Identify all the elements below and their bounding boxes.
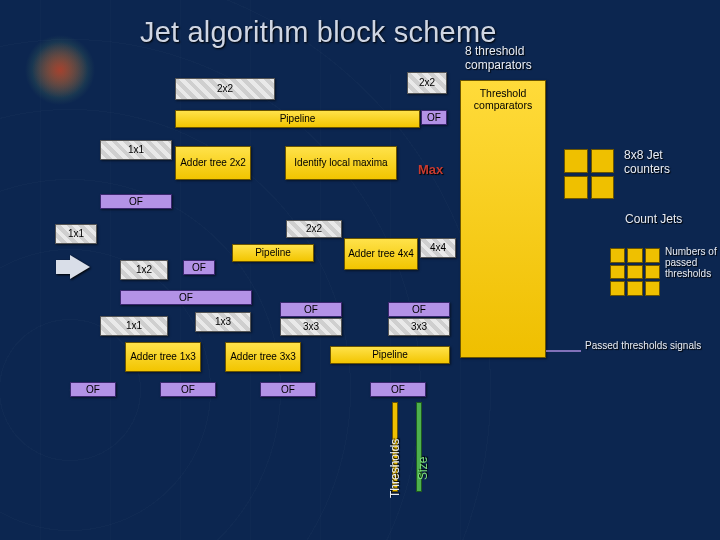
block-1x2: 1x2 [120,260,168,280]
pipeline-3: Pipeline [330,346,450,364]
vlabel-size: Size [416,457,430,480]
of-3x3-a: OF [280,302,342,317]
pipeline-1: Pipeline [175,110,420,128]
label-8-threshold: 8 threshold comparators [465,44,585,72]
of-b2: OF [160,382,216,397]
of-top: OF [421,110,447,125]
adder-2x2: Adder tree 2x2 [175,146,251,180]
diagram-stage: 8 threshold comparators Threshold compar… [0,50,720,540]
label-max: Max [418,162,443,177]
jet-counters-grid [561,146,617,202]
label-num-passed: Numbers of passed thresholds [665,246,720,279]
block-3x3-a: 3x3 [280,318,342,336]
of-3x3-b: OF [388,302,450,317]
of-mid: OF [120,290,252,305]
adder-4x4: Adder tree 4x4 [344,238,418,270]
threshold-comparators-label: Threshold comparators [461,87,545,111]
of-small-2: OF [183,260,215,275]
of-b3: OF [260,382,316,397]
block-1x1-c: 1x1 [100,316,168,336]
label-passed-signals: Passed thresholds signals [585,340,715,351]
passed-thresholds-grid [610,248,660,296]
block-1x1-b: 1x1 [55,224,97,244]
block-1x1-a: 1x1 [100,140,172,160]
adder-1x3: Adder tree 1x3 [125,342,201,372]
of-b1: OF [70,382,116,397]
label-count-jets: Count Jets [625,212,682,226]
of-row2: OF [100,194,172,209]
block-2x2-c: 2x2 [286,220,342,238]
block-2x2-b: 2x2 [407,72,447,94]
block-4x4: 4x4 [420,238,456,258]
page-title: Jet algorithm block scheme [0,0,720,49]
block-1x3: 1x3 [195,312,251,332]
adder-3x3: Adder tree 3x3 [225,342,301,372]
identify-local-maxima: Identify local maxima [285,146,397,180]
vlabel-thresholds: Thresholds [388,439,402,498]
pipeline-2: Pipeline [232,244,314,262]
of-b4: OF [370,382,426,397]
bus-line [546,350,581,352]
input-arrow-icon [70,255,90,279]
label-jet-counters: 8x8 Jet counters [624,148,704,176]
threshold-comparators-box: Threshold comparators [460,80,546,358]
block-2x2-a: 2x2 [175,78,275,100]
block-3x3-b: 3x3 [388,318,450,336]
